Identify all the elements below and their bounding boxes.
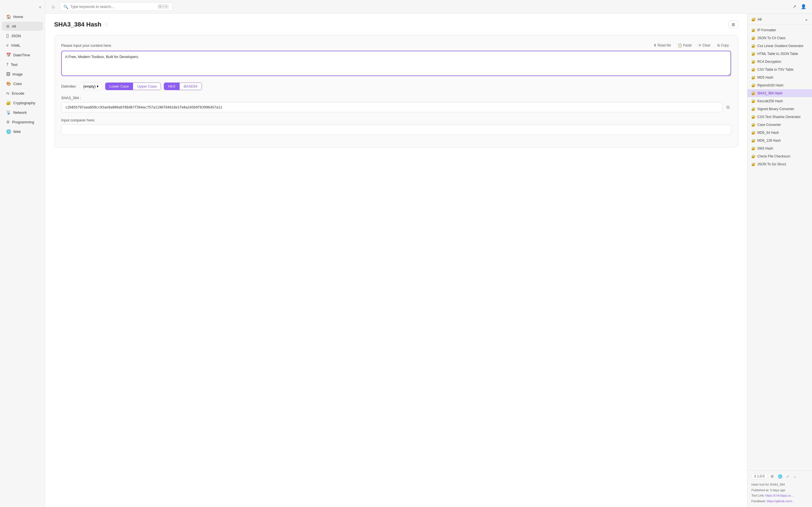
sidebar-item-encode[interactable]: ⇆ Encode (2, 89, 43, 98)
user-button[interactable]: 👤 (800, 3, 808, 10)
panel-item-ip-formatter[interactable]: 🔐 IP Formatter (748, 26, 812, 34)
panel-lock-icon-12: 🔐 (751, 123, 756, 127)
sidebar-item-image[interactable]: 🖼 Image (2, 69, 43, 78)
check-icon[interactable]: ✓ (785, 473, 791, 480)
panel-item-sha3-384[interactable]: 🔐 SHA3_384 Hash (748, 89, 812, 97)
panel-item-rc4[interactable]: 🔐 RC4 Decryption (748, 58, 812, 66)
hex-button[interactable]: HEX (164, 83, 180, 90)
upper-case-button[interactable]: Upper Case (133, 83, 160, 90)
settings-icon[interactable]: ⚙ (769, 473, 775, 480)
sidebar-item-color[interactable]: 🎨 Color (2, 79, 43, 88)
search-input[interactable] (70, 4, 155, 9)
sidebar-label-yaml: YAML (11, 43, 20, 48)
panel-lock-icon-2: 🔐 (751, 44, 756, 48)
read-file-button[interactable]: ⬆ Read file (651, 42, 673, 48)
panel-lock-icon-3: 🔐 (751, 52, 756, 56)
json-icon: {} (6, 34, 9, 38)
delimiter-select[interactable]: (empty) ▾ (80, 82, 102, 90)
panel-item-ripemd160[interactable]: 🔐 Ripemd160 Hash (748, 81, 812, 89)
sidebar-item-json[interactable]: {} JSON (2, 31, 43, 40)
delimiter-row: Delimiter: (empty) ▾ Lower Case Upper Ca… (61, 82, 731, 90)
sidebar-label-color: Color (13, 82, 22, 86)
panel-item-json-csharp[interactable]: 🔐 JSON To C# Class (748, 34, 812, 42)
panel-toggle-button[interactable]: ▥ (728, 20, 738, 29)
tool-card: Please input your content here: ⬆ Read f… (54, 35, 738, 148)
copy-icon: ⧉ (717, 43, 720, 47)
panel-lock-icon-6: 🔐 (751, 75, 756, 79)
paste-button[interactable]: 📋 Paste (675, 42, 694, 48)
panel-item-case-converter[interactable]: 🔐 Case Converter (748, 121, 812, 129)
panel-item-md6-128[interactable]: 🔐 MD6_128 Hash (748, 136, 812, 145)
panel-item-sm3[interactable]: 🔐 SM3 Hash (748, 145, 812, 152)
feedback-link[interactable]: https://github.com/... (767, 499, 795, 503)
comparer-label: Input comparer here: (61, 118, 731, 122)
panel-item-csv-tsv[interactable]: 🔐 CSV Table to TSV Table (748, 66, 812, 73)
panel-item-signed-binary[interactable]: 🔐 Signed Binary Converter (748, 105, 812, 113)
sidebar: « 🏠 Home ⊞ All {} JSON ≡ YAML 📅 Date/Tim… (0, 0, 45, 507)
cryptography-icon: 🔐 (6, 101, 11, 105)
copy-hash-button[interactable]: ⧉ (725, 103, 731, 112)
sidebar-item-web[interactable]: 🌐 Web (2, 127, 43, 136)
copy-button[interactable]: ⧉ Copy (715, 42, 731, 48)
globe-icon[interactable]: 🌐 (777, 473, 783, 480)
sidebar-label-cryptography: Cryptography (13, 101, 35, 105)
favorite-button[interactable]: ☆ (104, 21, 109, 27)
delimiter-label: Delimiter: (61, 84, 77, 89)
panel-item-json-struct[interactable]: 🔐 JSON To Go Struct (748, 160, 812, 168)
sidebar-item-programming[interactable]: ⚙ Programming (2, 117, 43, 126)
sidebar-item-cryptography[interactable]: 🔐 Cryptography (2, 98, 43, 107)
panel-item-css-text-shadow[interactable]: 🔐 CSS Text Shadow Generator (748, 113, 812, 121)
home-icon: 🏠 (6, 14, 11, 19)
panel-lock-icon-4: 🔐 (751, 60, 756, 64)
input-label-row: Please input your content here: ⬆ Read f… (61, 42, 731, 48)
content-input[interactable]: A Free, Modern Toolbox, Built for Develo… (61, 51, 731, 76)
sidebar-label-text: Text (11, 62, 18, 67)
panel-item-md5[interactable]: 🔐 MD5 Hash (748, 73, 812, 81)
sidebar-item-text[interactable]: T Text (2, 60, 43, 69)
sidebar-item-network[interactable]: 📡 Network (2, 108, 43, 117)
paste-icon: 📋 (678, 43, 682, 47)
main-area: ⌂ 🔍 ⌘ + K ↗ 👤 SHA3_384 Hash ☆ ▥ (45, 0, 812, 507)
programming-icon: ⚙ (6, 120, 10, 124)
output-section: SHA3_384 : c2b855797aaa850cc93ae9a809a6f… (61, 96, 731, 112)
search-shortcut: ⌘ + K (157, 4, 169, 9)
panel-lock-icon-0: 🔐 (751, 28, 756, 32)
chevron-icon: ▾ (97, 84, 99, 89)
panel-lock-icon-5: 🔐 (751, 68, 756, 71)
web-icon: 🌐 (6, 129, 11, 134)
output-row: c2b855797aaa850cc93ae9a809a6f8bd67f364ac… (61, 102, 731, 112)
comparer-input[interactable] (61, 124, 731, 135)
panel-item-html-json[interactable]: 🔐 HTML Table to JSON Table (748, 50, 812, 58)
panel-lock-icon: 🔐 (751, 17, 756, 21)
datetime-icon: 📅 (6, 53, 11, 57)
tool-link[interactable]: https://t.he3app.co... (765, 494, 794, 497)
panel-lock-icon-17: 🔐 (751, 162, 756, 166)
panel-chevron-icon: ⌄ (805, 17, 808, 21)
color-icon: 🎨 (6, 81, 11, 86)
lower-case-button[interactable]: Lower Case (105, 83, 133, 90)
case-button-group: Lower Case Upper Case (105, 82, 161, 90)
search-bar[interactable]: 🔍 ⌘ + K (60, 2, 172, 11)
panel-item-check-file[interactable]: 🔐 Check File Checksum (748, 152, 812, 160)
panel-lock-icon-10: 🔐 (751, 107, 756, 111)
panel-item-keccak256[interactable]: 🔐 Keccak256 Hash (748, 97, 812, 105)
base64-button[interactable]: BASE64 (180, 83, 201, 90)
panel-lock-icon-14: 🔐 (751, 138, 756, 143)
image-icon: 🖼 (6, 72, 10, 76)
home-button[interactable]: ⌂ (50, 3, 57, 11)
sidebar-label-encode: Encode (12, 91, 24, 96)
share-button[interactable]: ↗ (792, 3, 797, 10)
sidebar-item-yaml[interactable]: ≡ YAML (2, 41, 43, 50)
panel-item-md6-64[interactable]: 🔐 MD6_64 Hash (748, 129, 812, 136)
right-panel: 🔐 All ⌄ 🔐 IP Formatter 🔐 JSON To C# Clas… (747, 13, 812, 507)
footer-chevron[interactable]: ⌄ (792, 473, 798, 480)
panel-item-css-gradient[interactable]: 🔐 Css Linear Gradient Generator (748, 42, 812, 50)
sidebar-item-home[interactable]: 🏠 Home (2, 12, 43, 21)
input-label-text: Please input your content here: (61, 43, 112, 48)
sidebar-item-datetime[interactable]: 📅 Date/Time (2, 50, 43, 59)
panel-footer: ℹ 1.0.0 ⚙ 🌐 ✓ ⌄ Hash tool for SHA3_384 P… (748, 470, 812, 507)
sidebar-item-all[interactable]: ⊞ All (2, 22, 43, 31)
published-at: Published at: 6 days ago (751, 488, 808, 493)
collapse-button[interactable]: « (0, 2, 45, 12)
clear-button[interactable]: ✕ Clear (696, 42, 713, 48)
